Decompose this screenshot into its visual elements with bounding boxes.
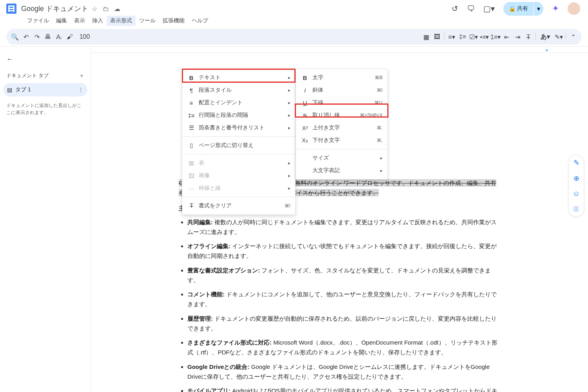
text-capitalization[interactable]: 大文字表記▸ (296, 164, 387, 177)
indent-increase-icon[interactable]: ⇥ (512, 31, 523, 42)
format-borders: —枠線と線▸ (182, 182, 295, 194)
text-italic[interactable]: I斜体⌘I (296, 84, 387, 96)
history-icon[interactable]: ↺ (452, 4, 458, 13)
text-size[interactable]: サイズ▸ (296, 152, 387, 164)
format-text[interactable]: Bテキスト▸ (182, 71, 295, 84)
menu-edit[interactable]: 編集 (53, 16, 71, 26)
feature-item: オフライン編集: インターネットに接続していない状態でもドキュメントを編集できま… (187, 241, 500, 261)
ime-icon[interactable]: あ▾ (537, 31, 553, 42)
bulleted-list-icon[interactable]: •≡▾ (479, 31, 490, 42)
add-comment-icon[interactable]: ⊕ (573, 174, 579, 183)
feature-item: 共同編集: 複数の人が同時に同じドキュメントを編集できます。変更はリアルタイムで… (187, 218, 500, 237)
floating-tools: ✎ ⊕ ☺ ✎⃞ (568, 155, 584, 217)
menu-format[interactable]: 表示形式 (107, 16, 136, 26)
clear-format-icon[interactable]: T̶ (523, 31, 534, 42)
zoom-select[interactable]: 100 (75, 31, 94, 42)
features-list: 共同編集: 複数の人が同時に同じドキュメントを編集できます。変更はリアルタイムで… (179, 218, 500, 392)
collapse-toolbar-icon[interactable]: ⌃ (568, 31, 579, 42)
menu-insert[interactable]: 挿入 (89, 16, 107, 26)
menu-extensions[interactable]: 拡張機能 (159, 16, 188, 26)
text-bold[interactable]: B太字⌘B (296, 71, 387, 84)
format-clear[interactable]: T̶書式をクリア⌘\ (182, 200, 295, 212)
format-bullets[interactable]: ☰箇条書きと番号付きリスト▸ (182, 122, 295, 134)
format-align-indent[interactable]: ≡配置とインデント▸ (182, 96, 295, 109)
emoji-icon[interactable]: ☺ (573, 190, 580, 198)
format-dropdown: Bテキスト▸ ¶段落スタイル▸ ≡配置とインデント▸ ‡≡行間隔と段落の間隔▸ … (182, 69, 296, 215)
numbered-list-icon[interactable]: 1≡▾ (490, 31, 501, 42)
spellcheck-icon[interactable]: Aᵢ (53, 31, 64, 42)
add-tab-icon[interactable]: ＋ (79, 72, 84, 79)
account-avatar[interactable] (568, 2, 580, 15)
feature-item: 豊富な書式設定オプション: フォント、サイズ、色、スタイルなどを変更して、ドキュ… (187, 266, 500, 285)
feature-item: 履歴管理: ドキュメントの変更履歴が自動的に保存されるため、以前のバージョンに戻… (187, 314, 500, 334)
format-table: ▦表▸ (182, 157, 295, 169)
format-line-spacing[interactable]: ‡≡行間隔と段落の間隔▸ (182, 109, 295, 122)
share-dropdown[interactable]: ▾ (534, 2, 543, 16)
feature-item: コメント機能: ドキュメントにコメントを追加して、他のユーザーと意見交換したり、… (187, 290, 500, 309)
redo-icon[interactable]: ↷ (31, 31, 42, 42)
feature-item: さまざまなファイル形式に対応: Microsoft Word（.docx、.do… (187, 338, 500, 358)
text-underline[interactable]: U下線⌘U (296, 96, 387, 109)
tab-label: タブ 1 (15, 86, 31, 93)
checklist-icon[interactable]: ☑▾ (468, 31, 479, 42)
toolbar: 🔍 ↶ ↷ 🖶 Aᵢ 🖌 100 ▦ 🖼 ≡▾ ‡≡ ☑▾ •≡▾ 1≡▾ ⇤ … (6, 29, 582, 45)
tab-menu-icon[interactable]: ⋮ (78, 87, 83, 93)
indent-decrease-icon[interactable]: ⇤ (501, 31, 512, 42)
cloud-icon[interactable]: ☁ (114, 5, 120, 12)
menu-bar: ファイル 編集 表示 挿入 表示形式 ツール 拡張機能 ヘルプ (0, 16, 588, 27)
line-spacing-icon[interactable]: ‡≡ (457, 31, 468, 42)
outline-sidebar: ← ドキュメント タブ ＋ ▤ タブ 1 ⋮ ドキュメントに追加した見出しがここ… (0, 47, 91, 392)
suggest-icon[interactable]: ✎⃞ (573, 205, 579, 213)
meet-icon[interactable]: ▢▾ (483, 4, 495, 13)
menu-view[interactable]: 表示 (71, 16, 89, 26)
menu-tools[interactable]: ツール (136, 16, 159, 26)
undo-icon[interactable]: ↶ (20, 31, 31, 42)
format-pageless[interactable]: ▯ページ形式に切り替え (182, 139, 295, 152)
ruler[interactable]: ▼ (91, 47, 588, 53)
text-subscript[interactable]: X₂下付き文字⌘, (296, 134, 387, 147)
tab-chip[interactable]: ▤ タブ 1 ⋮ (3, 83, 87, 96)
sidebar-title: ドキュメント タブ (6, 72, 49, 79)
format-paragraph-styles[interactable]: ¶段落スタイル▸ (182, 84, 295, 96)
feature-item: モバイルアプリ: AndroidおよびiOS用のモバイルアプリが提供されているた… (187, 386, 500, 392)
star-icon[interactable]: ☆ (92, 5, 97, 12)
text-strikethrough[interactable]: S取り消し線⌘+Shift+X (296, 109, 387, 122)
tab-icon: ▤ (7, 87, 12, 93)
docs-logo-icon[interactable] (6, 4, 16, 14)
gemini-icon[interactable]: ✦ (552, 4, 559, 14)
feature-item: Google Driveとの統合: Google ドキュメントは、Google … (187, 362, 500, 382)
back-icon[interactable]: ← (3, 54, 87, 65)
format-image: 🖼画像▸ (182, 169, 295, 182)
insert-table-icon[interactable]: ▦ (421, 31, 432, 42)
print-icon[interactable]: 🖶 (42, 31, 53, 42)
menu-help[interactable]: ヘルプ (188, 16, 212, 26)
sidebar-hint: ドキュメントに追加した見出しがここに表示されます。 (6, 102, 84, 116)
text-superscript[interactable]: X²上付き文字⌘. (296, 122, 387, 134)
paint-format-icon[interactable]: 🖌 (64, 31, 75, 42)
editing-mode-icon[interactable]: ✎▾ (553, 31, 564, 42)
edit-pencil-icon[interactable]: ✎ (573, 158, 579, 167)
search-icon[interactable]: 🔍 (9, 31, 20, 42)
menu-file[interactable]: ファイル (24, 16, 53, 26)
insert-image-icon[interactable]: 🖼 (432, 31, 443, 42)
move-icon[interactable]: 🗀 (103, 5, 109, 12)
share-button[interactable]: 🔒 共有 (503, 2, 534, 16)
doc-title[interactable]: Google ドキュメント (21, 4, 88, 13)
align-icon[interactable]: ≡▾ (446, 31, 457, 42)
text-submenu: B太字⌘B I斜体⌘I U下線⌘U S取り消し線⌘+Shift+X X²上付き文… (296, 69, 388, 180)
comment-history-icon[interactable]: 🗨 (467, 4, 475, 13)
indent-marker-icon[interactable]: ▼ (545, 48, 549, 53)
